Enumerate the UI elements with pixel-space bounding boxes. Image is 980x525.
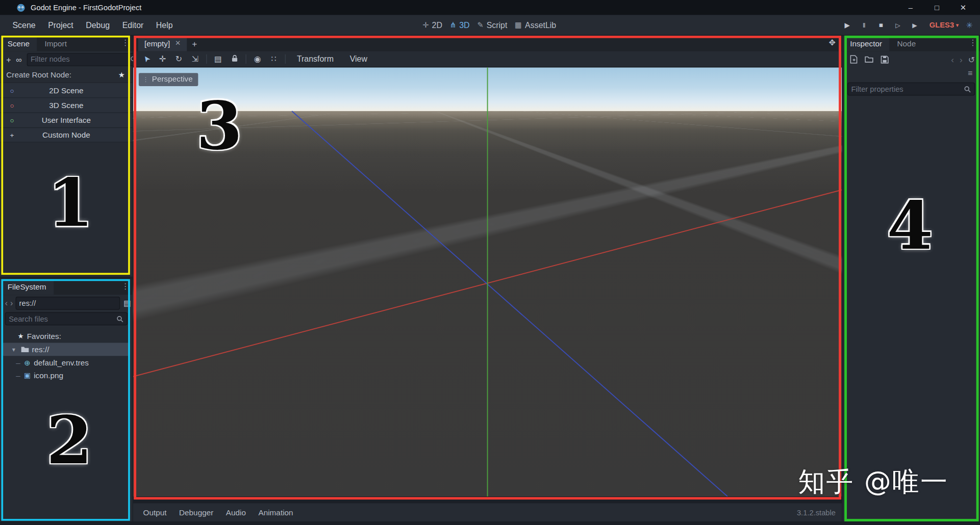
output-button[interactable]: Output <box>137 506 172 519</box>
chevron-down-icon[interactable]: ▾ <box>10 346 18 353</box>
save-resource-icon[interactable] <box>881 55 889 63</box>
scene-tab-empty[interactable]: [empty] ✕ <box>138 36 187 51</box>
add-scene-tab-button[interactable]: + <box>192 39 197 49</box>
workspace-2d-button[interactable]: ✛ 2D <box>422 20 442 30</box>
minimize-icon: – <box>909 3 913 12</box>
transform-menu[interactable]: Transform <box>289 55 342 64</box>
dock-menu-icon[interactable]: ⋮ <box>121 39 130 47</box>
tab-import[interactable]: Import <box>37 36 74 51</box>
history-forward-icon[interactable]: › <box>10 299 13 308</box>
move-tool-button[interactable]: ✛ <box>155 55 171 64</box>
star-icon: ★ <box>16 332 25 340</box>
stop-button[interactable]: ■ <box>872 21 889 29</box>
history-forward-icon[interactable]: › <box>960 55 963 65</box>
history-list-icon[interactable]: ↺ <box>968 55 975 64</box>
new-resource-icon[interactable] <box>850 55 858 64</box>
history-back-icon[interactable]: ‹ <box>951 55 954 65</box>
inspector-row2: ≡ <box>842 67 980 81</box>
filter-nodes-field <box>27 53 141 66</box>
toolbar-separator <box>206 55 207 64</box>
audio-button[interactable]: Audio <box>220 506 253 519</box>
play-icon: ▶ <box>845 21 850 29</box>
window-title: Godot Engine - FirstGodotProject <box>31 3 141 12</box>
maximize-button[interactable]: □ <box>924 0 950 15</box>
menu-project[interactable]: Project <box>42 18 80 32</box>
renderer-dropdown[interactable]: GLES3 ▾ <box>929 20 959 29</box>
filesystem-search-row <box>0 311 133 327</box>
select-arrow-icon: ➤ <box>140 54 152 64</box>
animation-button[interactable]: Animation <box>252 506 299 519</box>
pause-button[interactable]: ‖ <box>856 21 872 29</box>
3d-viewport[interactable]: ⋮ Perspective <box>133 67 842 496</box>
menu-help[interactable]: Help <box>150 18 179 32</box>
close-button[interactable]: ✕ <box>950 0 976 15</box>
create-custom-node-button[interactable]: + Custom Node <box>0 127 133 142</box>
workspace-script-button[interactable]: ✎ Script <box>477 20 507 30</box>
create-3d-scene-button[interactable]: ○ 3D Scene <box>0 97 133 112</box>
menu-grip-icon: ⋮ <box>142 76 148 83</box>
snap-button[interactable]: ∷ <box>266 55 282 64</box>
path-field <box>15 297 120 310</box>
filter-properties-input[interactable] <box>851 85 962 93</box>
lock-button[interactable] <box>226 54 242 64</box>
minimize-button[interactable]: – <box>897 0 923 15</box>
tab-node[interactable]: Node <box>890 36 923 51</box>
play-custom-scene-button[interactable]: ▶ <box>907 21 923 28</box>
favorite-star-icon[interactable]: ★ <box>118 70 125 79</box>
scale-tool-button[interactable]: ⇲ <box>187 55 203 64</box>
search-files-input[interactable] <box>9 314 114 323</box>
menu-scene[interactable]: Scene <box>6 18 42 32</box>
load-resource-icon[interactable] <box>864 56 873 63</box>
create-root-node-row: Create Root Node: ★ <box>0 67 133 82</box>
list-select-button[interactable]: ▤ <box>210 55 227 64</box>
play-scene-button[interactable]: ▷ <box>889 21 906 28</box>
axis-lines <box>133 67 842 496</box>
select-tool-button[interactable]: ➤ <box>138 55 155 64</box>
filesystem-nav: ‹ › ▤ <box>0 295 133 311</box>
res-root-row[interactable]: ▾ res:// <box>3 343 130 356</box>
local-space-icon: ◉ <box>254 55 261 64</box>
tab-filesystem[interactable]: FileSystem <box>0 279 54 295</box>
file-tree: ★ Favorites: ▾ res:// – ⊕ default_env.tr… <box>0 330 133 382</box>
tab-scene[interactable]: Scene <box>0 36 37 51</box>
menu-editor[interactable]: Editor <box>116 18 149 32</box>
play-button[interactable]: ▶ <box>839 21 856 29</box>
toolbar-separator <box>245 55 246 64</box>
run-bar: ▶ ‖ ■ ▷ ▶ GLES3 ▾ ✳ <box>839 15 976 35</box>
object-properties-icon[interactable]: ≡ <box>968 69 972 78</box>
perspective-menu[interactable]: ⋮ Perspective <box>139 73 198 86</box>
file-row-icon-png[interactable]: – ▣ icon.png <box>0 369 133 382</box>
environment-resource-icon: ⊕ <box>22 358 32 367</box>
spatial-icon: ○ <box>10 101 14 109</box>
close-tab-icon[interactable]: ✕ <box>175 39 181 47</box>
distraction-free-icon[interactable]: ✥ <box>829 38 836 47</box>
rotate-tool-button[interactable]: ↻ <box>170 55 187 64</box>
search-icon <box>116 315 124 323</box>
history-back-icon[interactable]: ‹ <box>5 299 8 308</box>
tree-connector: – <box>15 371 21 380</box>
file-row-default-env[interactable]: – ⊕ default_env.tres <box>0 356 133 369</box>
bottom-panel-bar: Output Debugger Audio Animation 3.1.2.st… <box>133 503 842 521</box>
workspace-assetlib-button[interactable]: ▦ AssetLib <box>515 20 556 30</box>
debugger-button[interactable]: Debugger <box>173 506 220 519</box>
filter-nodes-input[interactable] <box>31 55 128 64</box>
view-menu[interactable]: View <box>342 55 375 64</box>
menu-debug[interactable]: Debug <box>80 18 116 32</box>
add-node-button[interactable]: + <box>6 55 11 64</box>
assetlib-icon: ▦ <box>515 20 522 29</box>
filesystem-dock: FileSystem ⋮ ‹ › ▤ ★ Favorites: ▾ <box>0 279 133 521</box>
instance-scene-icon[interactable]: ∞ <box>16 55 21 64</box>
scene-dock-toolbar: + ∞ <box>0 51 133 67</box>
favorites-row[interactable]: ★ Favorites: <box>0 330 133 343</box>
workspace-3d-button[interactable]: ⋔ 3D <box>450 20 470 30</box>
dock-menu-icon[interactable]: ⋮ <box>121 282 130 291</box>
play-custom-scene-icon: ▶ <box>912 21 917 28</box>
create-2d-scene-button[interactable]: ○ 2D Scene <box>0 83 133 97</box>
dock-menu-icon[interactable]: ⋮ <box>969 39 977 47</box>
create-user-interface-button[interactable]: ○ User Interface <box>0 113 133 127</box>
control-icon: ○ <box>10 116 14 124</box>
split-mode-icon[interactable]: ▤ <box>123 299 131 308</box>
local-space-button[interactable]: ◉ <box>249 55 266 64</box>
tab-inspector[interactable]: Inspector <box>842 36 889 51</box>
current-path-input[interactable] <box>19 299 116 307</box>
